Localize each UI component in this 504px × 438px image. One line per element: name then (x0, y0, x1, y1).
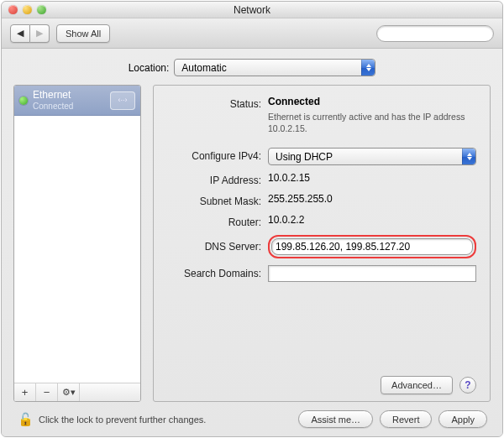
traffic-lights (8, 5, 46, 14)
help-icon: ? (465, 379, 470, 391)
ethernet-icon (110, 91, 135, 110)
services-sidebar: Ethernet Connected + − ⚙▾ (13, 85, 141, 402)
action-menu-button[interactable]: ⚙▾ (58, 383, 80, 401)
location-popup[interactable]: Automatic (174, 59, 375, 76)
router-value: 10.0.2.2 (268, 214, 476, 226)
advanced-row: Advanced… ? (167, 369, 476, 394)
status-description: Ethernet is currently active and has the… (268, 111, 476, 134)
status-value-wrap: Connected Ethernet is currently active a… (268, 96, 476, 134)
router-row: Router: 10.0.2.2 (167, 214, 476, 228)
search-domains-label: Search Domains: (167, 268, 268, 279)
titlebar: Network (2, 2, 502, 18)
apply-button[interactable]: Apply (438, 410, 487, 428)
ip-row: IP Address: 10.0.2.15 (167, 172, 476, 186)
service-status: Connected (33, 102, 105, 112)
content: Location: Automatic Ethernet Connected (2, 49, 502, 436)
status-dot-connected-icon (19, 96, 28, 105)
window-title: Network (2, 4, 502, 16)
ip-label: IP Address: (167, 172, 268, 186)
status-row: Status: Connected Ethernet is currently … (167, 96, 476, 134)
subnet-value: 255.255.255.0 (268, 193, 476, 205)
close-window-button[interactable] (8, 5, 18, 14)
forward-button[interactable]: ▶ (30, 24, 50, 43)
main-row: Ethernet Connected + − ⚙▾ Status: Connec… (13, 85, 491, 402)
window: Network ◀ ▶ Show All Location: Automatic (1, 1, 503, 437)
subnet-row: Subnet Mask: 255.255.255.0 (167, 193, 476, 207)
revert-label: Revert (392, 415, 419, 425)
sidebar-footer: + − ⚙▾ (14, 383, 140, 401)
popup-arrows-icon (361, 60, 375, 76)
location-label: Location: (129, 62, 170, 74)
search-input[interactable] (386, 28, 503, 39)
lock-text: Click the lock to prevent further change… (39, 415, 206, 425)
subnet-label: Subnet Mask: (167, 193, 268, 207)
assist-me-button[interactable]: Assist me… (298, 410, 373, 428)
dns-row: DNS Server: (167, 235, 476, 258)
remove-service-button[interactable]: − (36, 383, 58, 401)
configure-value: Using DHCP (276, 151, 333, 163)
minimize-window-button[interactable] (23, 5, 32, 14)
search-field-wrap[interactable] (376, 25, 494, 42)
advanced-button[interactable]: Advanced… (381, 376, 453, 394)
status-label: Status: (167, 96, 268, 110)
configure-row: Configure IPv4: Using DHCP (167, 148, 476, 165)
plus-icon: + (22, 386, 29, 399)
nav-segment: ◀ ▶ (10, 24, 50, 43)
router-label: Router: (167, 214, 268, 228)
status-value: Connected (268, 96, 320, 107)
service-text: Ethernet Connected (33, 90, 105, 111)
ip-value: 10.0.2.15 (268, 172, 476, 184)
assist-label: Assist me… (311, 415, 360, 425)
lock-wrap: 🔓 Click the lock to prevent further chan… (17, 411, 291, 428)
chevron-right-icon: ▶ (36, 28, 43, 39)
show-all-button[interactable]: Show All (56, 24, 110, 43)
dns-label: DNS Server: (167, 241, 268, 253)
help-button[interactable]: ? (459, 377, 476, 394)
configure-ipv4-popup[interactable]: Using DHCP (268, 148, 476, 165)
service-ethernet[interactable]: Ethernet Connected (14, 86, 140, 116)
toolbar: ◀ ▶ Show All (2, 18, 502, 49)
popup-arrows-icon (462, 149, 475, 164)
dns-server-input[interactable] (271, 238, 473, 255)
service-name: Ethernet (33, 90, 105, 102)
show-all-label: Show All (66, 29, 101, 39)
search-domains-input[interactable] (268, 265, 476, 282)
location-row: Location: Automatic (13, 59, 491, 76)
advanced-label: Advanced… (391, 380, 442, 390)
lock-icon[interactable]: 🔓 (17, 411, 34, 428)
add-service-button[interactable]: + (14, 383, 36, 401)
back-button[interactable]: ◀ (10, 24, 30, 43)
search-domains-row: Search Domains: (167, 265, 476, 282)
revert-button[interactable]: Revert (380, 410, 432, 428)
location-value: Automatic (181, 62, 226, 74)
bottom-bar: 🔓 Click the lock to prevent further chan… (13, 402, 491, 428)
minus-icon: − (44, 386, 50, 399)
sidebar-fill (14, 116, 140, 383)
dns-highlight (268, 235, 476, 258)
apply-label: Apply (451, 415, 475, 425)
zoom-window-button[interactable] (37, 5, 46, 14)
gear-icon: ⚙▾ (62, 387, 76, 398)
detail-pane: Status: Connected Ethernet is currently … (153, 85, 491, 402)
configure-label: Configure IPv4: (167, 148, 268, 162)
chevron-left-icon: ◀ (17, 28, 24, 39)
